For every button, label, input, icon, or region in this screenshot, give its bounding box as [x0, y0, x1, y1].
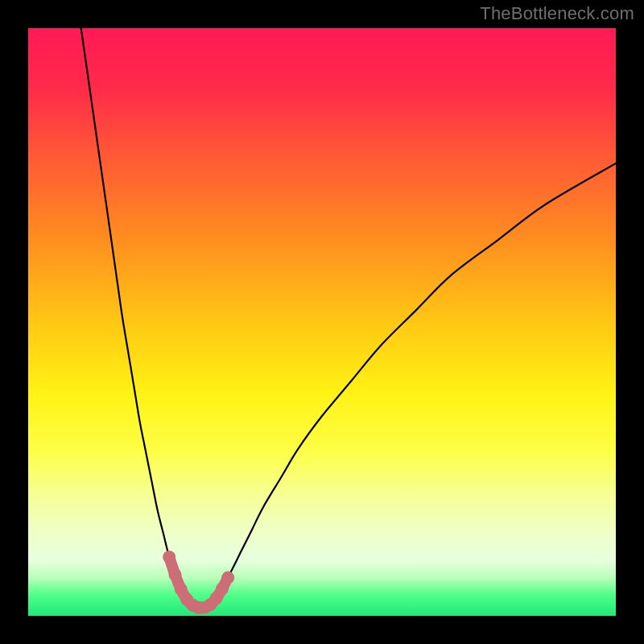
- optimal-range-dot: [169, 568, 182, 581]
- optimal-range-dot: [221, 572, 234, 584]
- optimal-range-dot: [216, 582, 229, 595]
- optimal-range-dot: [163, 551, 175, 564]
- plot-area: [28, 28, 616, 616]
- chart-svg: [28, 28, 616, 616]
- chart-frame: TheBottleneck.com: [0, 0, 644, 644]
- watermark-text: TheBottleneck.com: [480, 3, 634, 24]
- gradient-background: [28, 28, 616, 616]
